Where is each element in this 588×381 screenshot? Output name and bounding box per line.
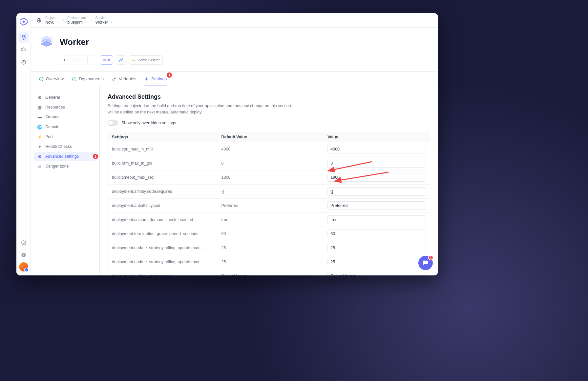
chat-launcher[interactable]: 1	[418, 256, 433, 270]
left-nav-rail: i	[16, 13, 31, 275]
setting-value-cell	[324, 241, 430, 255]
table-row: deployment.custom_domain_check_enabled t…	[108, 213, 430, 227]
setting-default: 25	[218, 255, 324, 269]
setting-value-input[interactable]	[327, 244, 426, 252]
setting-value-cell	[324, 213, 430, 227]
snav-storage[interactable]: ▬Storage	[34, 112, 96, 122]
setting-value-input[interactable]	[327, 258, 426, 266]
setting-key: build.ram_max_in_gib	[108, 156, 218, 170]
tab-deployments[interactable]: Deployments	[72, 72, 104, 86]
service-icon	[39, 34, 54, 50]
setting-key: deployment.affinity.node.required	[108, 185, 218, 199]
snav-general[interactable]: ⚙General	[34, 93, 96, 102]
svg-text:i: i	[23, 253, 24, 257]
link-button[interactable]	[116, 55, 126, 65]
setting-default: true	[218, 213, 324, 227]
snav-danger[interactable]: ☠Danger zone	[34, 162, 96, 171]
setting-value-input[interactable]	[327, 159, 426, 168]
bc-project-label: Project	[45, 16, 60, 20]
svg-point-16	[72, 77, 76, 81]
svg-point-11	[92, 59, 93, 59]
page-header: Worker DEV aws Demo Cluster	[31, 28, 438, 72]
header-controls: DEV aws Demo Cluster	[39, 55, 430, 68]
rail-item-history[interactable]	[18, 57, 29, 68]
key-icon	[112, 76, 117, 82]
setting-default: 4000	[218, 142, 324, 156]
snav-advanced[interactable]: ⚙ Advanced settings 2	[34, 152, 96, 161]
rail-item-services[interactable]	[18, 32, 29, 43]
chevron-down-icon	[56, 21, 60, 24]
more-button[interactable]	[88, 55, 97, 65]
snav-port[interactable]: ⚡Port	[34, 132, 96, 141]
rail-item-cloud[interactable]	[18, 45, 29, 55]
setting-value-input[interactable]	[327, 272, 426, 276]
setting-default: 25	[218, 241, 324, 255]
svg-point-1	[22, 21, 25, 23]
setting-key: deployment.update_strategy.rolling_updat…	[108, 255, 218, 269]
setting-value-input[interactable]	[327, 173, 426, 182]
play-dropdown-button[interactable]	[69, 55, 78, 65]
breadcrumb: Project Novu / Environment blueprint / S…	[31, 13, 438, 28]
setting-value-cell	[324, 156, 430, 170]
show-overridden-toggle[interactable]	[108, 120, 118, 126]
svg-point-13	[92, 61, 93, 61]
th-default: Default Value	[218, 132, 324, 142]
table-row: deployment.update_strategy.rolling_updat…	[108, 255, 430, 269]
gear-icon: ⚙	[37, 95, 42, 100]
tab-variables[interactable]: Variables	[112, 72, 136, 86]
svg-text:aws: aws	[132, 59, 136, 61]
svg-point-12	[92, 60, 93, 60]
chat-badge: 1	[428, 255, 433, 260]
setting-default: 60	[218, 227, 324, 241]
snav-resources[interactable]: ▦Resources	[34, 103, 96, 112]
setting-value-input[interactable]	[327, 230, 426, 238]
snav-health[interactable]: ♥Health Checks	[34, 142, 96, 151]
svg-rect-10	[82, 59, 84, 61]
user-avatar[interactable]	[19, 262, 28, 271]
bc-separator: /	[63, 18, 64, 23]
setting-value-input[interactable]	[327, 201, 426, 210]
setting-value-input[interactable]	[327, 215, 426, 224]
setting-value-cell	[324, 255, 430, 269]
setting-value-cell	[324, 227, 430, 241]
section-heading: Advanced Settings	[108, 93, 430, 100]
plug-icon: ⚡	[37, 134, 42, 139]
setting-key: deployment.update_strategy.rolling_updat…	[108, 241, 218, 255]
chevron-down-icon	[84, 21, 88, 24]
stop-button[interactable]	[78, 55, 88, 65]
globe-icon: 🌐	[37, 125, 42, 129]
snav-advanced-badge: 2	[93, 154, 98, 159]
setting-value-cell	[324, 269, 430, 276]
bc-service-value[interactable]: Worker	[95, 20, 113, 25]
main-area: Project Novu / Environment blueprint / S…	[31, 13, 438, 275]
setting-key: build.cpu_max_in_milli	[108, 142, 218, 156]
page-title: Worker	[60, 37, 430, 47]
setting-value-input[interactable]	[327, 145, 426, 153]
tab-settings[interactable]: Settings 1	[144, 72, 167, 86]
setting-value-cell	[324, 185, 430, 199]
tab-overview[interactable]: Overview	[39, 72, 64, 86]
action-button-group	[60, 55, 97, 65]
env-badge-button[interactable]: DEV	[100, 55, 113, 65]
setting-value-input[interactable]	[327, 187, 426, 196]
settings-subnav: ⚙General ▦Resources ▬Storage 🌐Domain ⚡Po…	[31, 86, 100, 275]
rail-item-help[interactable]: i	[18, 250, 29, 260]
play-button[interactable]	[60, 55, 69, 65]
table-row: deployment.update_strategy.type RollingU…	[108, 269, 430, 276]
check-circle-icon	[72, 76, 77, 82]
table-row: deployment.affinity.node.required {}	[108, 185, 430, 199]
setting-default: RollingUpdate	[218, 269, 324, 276]
table-row: build.timeout_max_sec 1800	[108, 170, 430, 185]
bc-env-value[interactable]: blueprint	[67, 20, 88, 25]
tab-settings-badge: 1	[167, 72, 172, 78]
section-description: Settings are injected at the build and r…	[108, 103, 291, 115]
cluster-button[interactable]: aws Demo Cluster	[129, 55, 163, 65]
svg-point-15	[39, 77, 43, 81]
rail-item-settings[interactable]	[18, 237, 29, 248]
setting-key: deployment.custom_domain_check_enabled	[108, 213, 218, 227]
org-icon	[36, 17, 42, 23]
svg-point-2	[23, 242, 24, 243]
snav-domain[interactable]: 🌐Domain	[34, 122, 96, 131]
aws-icon: aws	[132, 58, 136, 62]
bc-project-value[interactable]: Novu	[45, 20, 60, 25]
